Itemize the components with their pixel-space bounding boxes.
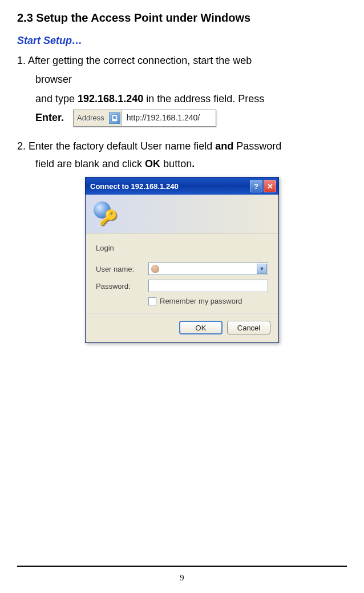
step1-text-pre: and type [35, 93, 78, 104]
step2-line2-post: button [160, 158, 192, 170]
user-icon [151, 265, 159, 273]
username-row: User name: ▼ [96, 263, 268, 275]
page-number: 9 [0, 574, 364, 583]
password-label: Password: [96, 282, 148, 291]
cancel-button[interactable]: Cancel [227, 321, 270, 334]
ie-page-icon [109, 112, 120, 124]
step-1: 1. After getting the correct connection,… [17, 51, 347, 127]
step1-line3: and type 192.168.1.240 in the address fi… [35, 90, 347, 108]
remember-row: Remember my password [148, 297, 268, 305]
and-bold: and [215, 140, 233, 152]
browser-address-bar: Address http://192.168.1.240/ [73, 110, 216, 127]
username-label: User name: [96, 265, 148, 273]
step1-text-post: in the address field. Press [143, 93, 264, 104]
address-label: Address [74, 111, 108, 125]
step2-line2-pre: field are blank and click [35, 158, 145, 170]
auth-dialog: Connect to 192.168.1.240 ? ✕ 🔑 Login Use… [85, 177, 279, 343]
dialog-header-graphic: 🔑 [86, 195, 278, 233]
step2-mid: Password [233, 140, 281, 152]
keys-globe-icon: 🔑 [94, 201, 119, 227]
dialog-body: Login User name: ▼ Password: Remember my… [86, 233, 278, 313]
svg-point-1 [113, 116, 116, 119]
step2-line2: field are blank and click OK button. [35, 158, 195, 170]
step-2: 2. Enter the factory default User name f… [17, 138, 347, 172]
section-heading: 2.3 Setup the Access Point under Windows [17, 11, 347, 25]
remember-label: Remember my password [160, 297, 242, 305]
address-url-field[interactable]: http://192.168.1.240/ [122, 110, 216, 126]
subsection-heading: Start Setup… [17, 35, 347, 47]
login-realm-label: Login [96, 244, 268, 252]
dialog-title: Connect to 192.168.1.240 [90, 182, 249, 191]
username-input[interactable]: ▼ [148, 263, 268, 275]
remember-checkbox[interactable] [148, 297, 156, 305]
enter-text: Enter. [35, 108, 64, 127]
dropdown-arrow-icon[interactable]: ▼ [257, 264, 267, 274]
dot-bold: . [192, 158, 195, 170]
ip-address-text: 192.168.1.240 [78, 93, 143, 104]
close-button[interactable]: ✕ [264, 180, 276, 192]
ok-button[interactable]: OK [179, 321, 223, 334]
dialog-footer: OK Cancel [86, 313, 278, 342]
step1-line2: browser [35, 70, 347, 89]
password-input[interactable] [148, 280, 268, 292]
close-icon: ✕ [267, 182, 273, 191]
help-button[interactable]: ? [250, 180, 262, 192]
dialog-titlebar: Connect to 192.168.1.240 ? ✕ [86, 178, 278, 195]
step2-prefix: 2. Enter the factory default User name f… [17, 140, 215, 152]
step1-line1: 1. After getting the correct connection,… [17, 51, 347, 70]
footer-rule [17, 566, 347, 567]
ok-bold: OK [145, 158, 160, 170]
password-row: Password: [96, 280, 268, 292]
